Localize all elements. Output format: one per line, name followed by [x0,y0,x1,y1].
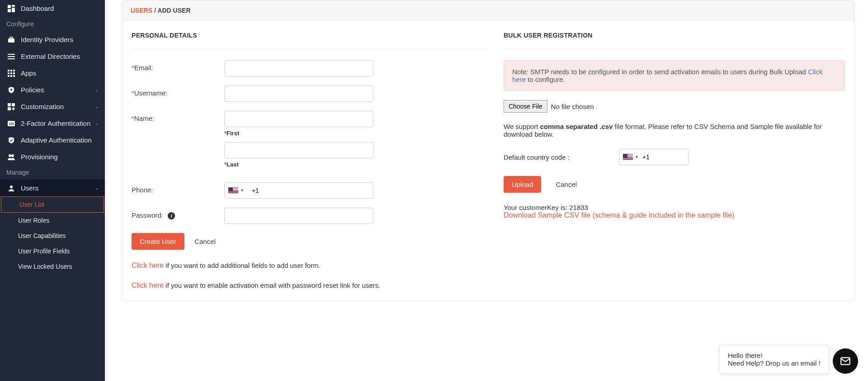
upload-button[interactable]: Upload [504,176,542,193]
svg-rect-1 [12,5,15,7]
caret-down-icon: ▼ [240,188,244,193]
bulk-title: BULK USER REGISTRATION [504,32,845,39]
breadcrumb: USERS / ADD USER [123,0,854,21]
sidebar: Dashboard Configure Identity Providers E… [0,0,105,381]
shield-check-icon [6,137,16,144]
nav-label: External Directories [21,52,80,60]
nav-label: Adaptive Authentication [21,136,92,144]
smtp-alert: Note: SMTP needs to be configured in ord… [504,60,845,91]
svg-rect-16 [10,75,12,77]
nav-adaptive-auth[interactable]: Adaptive Authentication [0,132,105,148]
caret-down-icon: ▼ [635,155,639,159]
shield-icon [6,86,16,94]
bulk-registration-column: BULK USER REGISTRATION Note: SMTP needs … [504,32,845,290]
nav-2fa[interactable]: 123 2-Factor Authentication ⌄ [0,115,105,132]
svg-rect-7 [8,56,15,57]
nav-customization[interactable]: Customization ⌄ [0,98,105,115]
activation-email-text: if you want to enable activation email w… [164,281,380,289]
svg-rect-10 [10,70,12,71]
svg-point-18 [10,89,12,90]
nav-provisioning[interactable]: Provisioning [0,148,105,165]
info-icon[interactable]: i [168,212,175,219]
alert-text-b: to configure. [526,76,565,83]
nav-label: 2-Factor Authentication [21,119,90,127]
svg-rect-21 [8,107,11,110]
phone-label: Phone: [132,182,224,194]
name-label: *Name: [132,111,224,122]
nav-users[interactable]: Users ⌄ [0,180,105,196]
breadcrumb-add-user: ADD USER [157,7,190,14]
user-icon [6,185,16,192]
upload-cancel-button[interactable]: Cancel [547,176,585,193]
phone-country-selector[interactable]: ▼ [225,187,248,194]
svg-text:123: 123 [9,122,14,125]
alert-text-a: Note: SMTP needs to be configured in ord… [512,68,808,76]
us-flag-icon [228,187,238,194]
create-user-button[interactable]: Create User [132,233,184,250]
numbers-icon: 123 [6,120,16,127]
username-label: *Username: [132,86,224,97]
svg-rect-5 [10,37,13,38]
cancel-button[interactable]: Cancel [186,233,224,250]
svg-rect-2 [12,8,15,12]
email-input[interactable] [224,60,373,76]
add-fields-link[interactable]: Click here [132,262,164,269]
nav-sub-user-capabilities[interactable]: User Capabilities [0,228,105,243]
country-code-selector[interactable]: ▼ +1 [619,149,689,165]
nav-section-configure: Configure [0,17,105,31]
last-name-input[interactable] [224,142,373,158]
username-input[interactable] [224,86,373,102]
svg-rect-8 [8,58,15,59]
svg-point-24 [9,154,11,157]
nav-label: Users [21,184,38,192]
briefcase-icon [6,36,16,43]
nav-apps[interactable]: Apps [0,65,105,81]
customer-key-text: Your customerKey is: 21833 [504,204,845,211]
personal-title: PERSONAL DETAILS [132,32,490,39]
chevron-down-icon: ⌄ [95,186,99,190]
last-sublabel: *Last [224,161,490,168]
nav-sub-user-list[interactable]: User List [1,196,104,213]
nav-sub-view-locked-users[interactable]: View Locked Users [0,259,105,274]
svg-point-26 [10,186,13,188]
svg-rect-12 [8,72,9,74]
choose-file-button[interactable]: Choose File [504,100,547,113]
chat-line1: Hello there! [728,352,821,359]
svg-rect-6 [8,54,15,55]
main-content: USERS / ADD USER PERSONAL DETAILS *Email… [108,0,868,381]
personal-details-column: PERSONAL DETAILS *Email: *Username: *Nam… [132,32,490,290]
nav-dashboard[interactable]: Dashboard [0,0,105,17]
email-label: *Email: [132,60,224,71]
svg-rect-17 [13,75,15,77]
csv-support-text: We support comma separated .csv file for… [504,123,845,138]
nav-label: Policies [21,86,44,94]
nav-sub-user-roles[interactable]: User Roles [0,213,105,228]
password-label: Password: i [132,208,224,219]
add-fields-text: if you want to add additional fields to … [164,262,321,269]
svg-point-25 [11,154,14,157]
password-input[interactable] [224,208,373,224]
chevron-down-icon: ⌄ [95,121,99,126]
nav-identity-providers[interactable]: Identity Providers [0,31,105,48]
nav-label: Identity Providers [21,36,73,43]
svg-rect-15 [8,75,9,77]
grid-icon [6,70,16,77]
nav-policies[interactable]: Policies ⌄ [0,81,105,98]
nav-label: Apps [21,69,36,77]
first-name-input[interactable] [224,111,373,127]
activation-email-link[interactable]: Click here [132,281,164,289]
svg-rect-11 [13,70,15,71]
phone-input[interactable] [248,187,373,194]
breadcrumb-users[interactable]: USERS [131,7,152,14]
chat-fab-button[interactable] [833,348,858,374]
customize-icon [6,103,16,110]
nav-external-directories[interactable]: External Directories [0,48,105,65]
svg-rect-19 [8,103,11,106]
svg-rect-13 [10,72,12,74]
svg-rect-3 [8,9,11,12]
nav-sub-user-profile-fields[interactable]: User Profile Fields [0,243,105,259]
chevron-down-icon: ⌄ [95,87,99,92]
download-sample-link[interactable]: Download Sample CSV file (schema & guide… [504,211,734,219]
list-icon [6,53,16,60]
country-code-value: +1 [642,153,650,161]
